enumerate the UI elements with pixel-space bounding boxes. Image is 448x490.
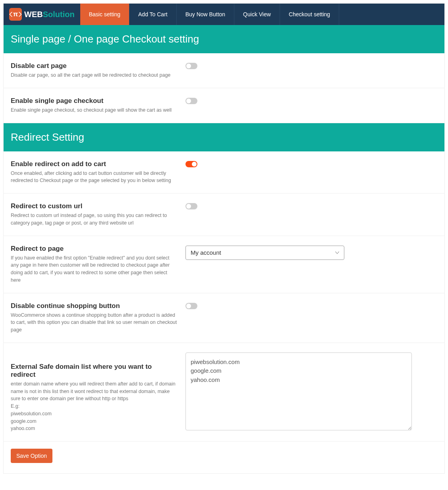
toggle-disable-continue-shopping[interactable]: [185, 303, 197, 309]
tab-buy-now-button[interactable]: Buy Now Button: [177, 4, 234, 25]
setting-desc: If you have enabled the first option "En…: [11, 254, 178, 284]
setting-title: External Safe domain list where you want…: [11, 363, 178, 379]
logo: π WEBSolution: [4, 4, 80, 25]
select-redirect-page[interactable]: My account: [185, 246, 344, 260]
setting-disable-cart: Disable cart page Disable car page, so a…: [4, 53, 444, 88]
setting-title: Disable cart page: [11, 62, 178, 70]
toggle-redirect-custom-url[interactable]: [185, 203, 197, 209]
setting-redirect-custom-url: Redirect to custom url Redirect to custo…: [4, 194, 444, 236]
toggle-enable-redirect[interactable]: [185, 161, 197, 167]
setting-title: Redirect to custom url: [11, 202, 178, 210]
tabs: Basic setting Add To Cart Buy Now Button…: [80, 4, 340, 25]
save-button[interactable]: Save Option: [11, 449, 52, 463]
setting-title: Enable redirect on add to cart: [11, 160, 178, 168]
setting-desc: enter domain name where you will redirec…: [11, 380, 178, 432]
logo-text: WEBSolution: [24, 10, 75, 19]
textarea-external-domains[interactable]: [185, 352, 412, 430]
setting-desc: Once enabled, after clicking add to cart…: [11, 170, 178, 185]
tab-quick-view[interactable]: Quick View: [234, 4, 280, 25]
toggle-disable-cart[interactable]: [185, 63, 197, 69]
tab-basic-setting[interactable]: Basic setting: [80, 4, 129, 25]
select-value: My account: [191, 249, 221, 256]
setting-desc: Redirect to custom url instead of page, …: [11, 212, 178, 227]
setting-enable-redirect: Enable redirect on add to cart Once enab…: [4, 151, 444, 194]
setting-title: Redirect to page: [11, 245, 178, 253]
logo-symbol: π: [13, 11, 18, 18]
tab-add-to-cart[interactable]: Add To Cart: [129, 4, 177, 25]
setting-title: Enable single page checkout: [11, 97, 178, 105]
section-header-redirect: Redirect Setting: [4, 123, 444, 151]
section-header-checkout: Single page / One page Checkout setting: [4, 25, 444, 53]
logo-icon: π: [9, 8, 22, 21]
setting-redirect-to-page: Redirect to page If you have enabled the…: [4, 236, 444, 293]
setting-external-safe-domains: External Safe domain list where you want…: [4, 343, 444, 442]
setting-desc: Disable car page, so all the cart page w…: [11, 72, 178, 79]
footer: Save Option: [4, 442, 444, 473]
tab-checkout-setting[interactable]: Checkout setting: [280, 4, 339, 25]
toggle-enable-single-page[interactable]: [185, 98, 197, 104]
topbar: π WEBSolution Basic setting Add To Cart …: [4, 4, 444, 25]
setting-enable-single-page: Enable single page checkout Enable singl…: [4, 88, 444, 123]
setting-disable-continue-shopping: Disable continue shopping button WooComm…: [4, 293, 444, 343]
setting-desc: WooCommerce shows a continue shopping bu…: [11, 312, 178, 334]
chevron-down-icon: [335, 252, 339, 254]
setting-desc: Enable single page checkout, so checkout…: [11, 107, 178, 114]
setting-title: Disable continue shopping button: [11, 302, 178, 310]
